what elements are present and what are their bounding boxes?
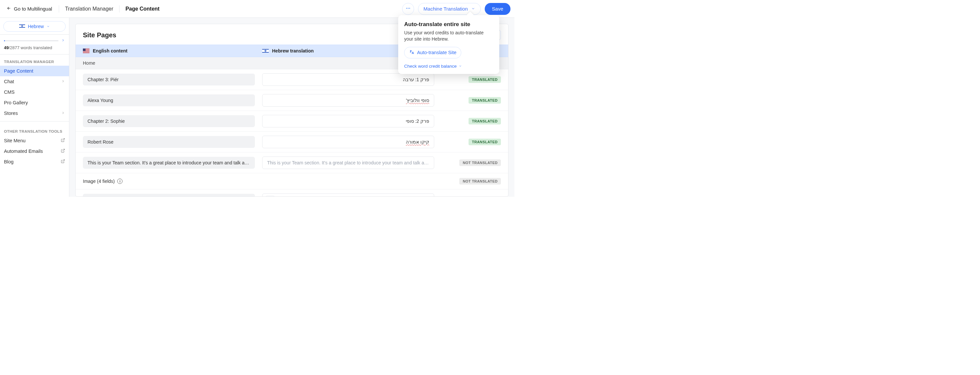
breadcrumb-item-active: Page Content	[124, 6, 161, 12]
divider	[59, 5, 59, 13]
breadcrumb-item[interactable]: Translation Manager	[63, 6, 115, 12]
status-badge: TRANSLATED	[469, 97, 501, 104]
progress-expand-button[interactable]	[61, 38, 65, 43]
source-text-cell: Chapter 3: Piér	[83, 74, 255, 86]
source-column-header: English content	[83, 48, 262, 54]
svg-point-1	[407, 8, 408, 9]
progress-total: /2877 words translated	[9, 45, 52, 50]
flag-us-icon	[83, 49, 89, 53]
sidebar-item-label: Automated Emails	[4, 149, 43, 154]
sidebar-tool-automated-emails[interactable]: Automated Emails	[0, 146, 69, 156]
auto-translate-popover: Auto-translate entire site Use your word…	[398, 15, 499, 74]
status-cell: NOT TRANSLATED	[459, 159, 501, 166]
translation-row: This is your Team section. It's a great …	[76, 153, 508, 173]
dots-horizontal-icon	[406, 6, 411, 12]
source-image-thumbnail: 👤	[86, 196, 95, 196]
status-cell: TRANSLATED	[469, 139, 501, 145]
sidebar-group-label: TRANSLATION MANAGER	[0, 54, 69, 66]
source-text-cell: Chapter 2: Sophie	[83, 115, 255, 127]
flag-israel-icon	[262, 49, 269, 53]
status-badge: TRANSLATED	[469, 118, 501, 124]
target-text-input[interactable]: פרק 1: ערבה	[262, 73, 434, 86]
back-label: Go to Multilingual	[14, 6, 52, 11]
sidebar-item-label: Site Menu	[4, 138, 25, 143]
chevron-down-icon	[471, 6, 475, 11]
sidebar-tool-blog[interactable]: Blog	[0, 156, 69, 167]
source-column-label: English content	[93, 48, 127, 54]
translate-icon	[409, 49, 414, 56]
status-badge: NOT TRANSLATED	[459, 178, 501, 184]
credit-link-label: Check word credit balance	[404, 64, 457, 69]
target-text-input[interactable]: סופי וולוביץ'	[262, 94, 434, 106]
sidebar-item-page-content[interactable]: Page Content	[0, 66, 69, 76]
target-image-input[interactable]: 👤	[262, 194, 434, 196]
sidebar-group-label: OTHER TRANSLATION TOOLS	[0, 124, 69, 135]
source-text-cell: Robert Rose	[83, 136, 255, 148]
status-badge: TRANSLATED	[469, 76, 501, 83]
sidebar-item-label: CMS	[4, 89, 14, 95]
status-cell: TRANSLATED	[469, 97, 501, 104]
sidebar-item-label: Stores	[4, 111, 18, 116]
sidebar-item-cms[interactable]: CMS	[0, 87, 69, 97]
translation-row: Robert Roseקיקו אמורהTRANSLATED	[76, 132, 508, 153]
translation-row: Chapter 2: Sophieפרק 2: סופיTRANSLATED	[76, 111, 508, 132]
popover-body: Use your word credits to auto-translate …	[404, 30, 493, 42]
svg-rect-12	[83, 52, 89, 53]
sidebar-item-label: Pro Gallery	[4, 100, 28, 105]
info-icon[interactable]: i	[117, 179, 123, 184]
image-translation-row: 👤👤	[76, 189, 508, 196]
flag-israel-icon	[19, 24, 25, 29]
check-credit-link[interactable]: Check word credit balance	[404, 64, 462, 69]
target-column-label: Hebrew translation	[272, 48, 314, 54]
language-label: Hebrew	[28, 24, 44, 29]
external-link-icon	[61, 138, 65, 143]
chevron-down-icon	[459, 64, 462, 69]
status-cell: TRANSLATED	[469, 76, 501, 83]
svg-rect-11	[83, 52, 89, 52]
target-text-input[interactable]: פרק 2: סופי	[262, 115, 434, 127]
status-badge: TRANSLATED	[469, 139, 501, 145]
svg-rect-13	[83, 49, 86, 51]
target-image-thumbnail: 👤	[265, 196, 275, 196]
image-section-row[interactable]: Image (4 fields)iNOT TRANSLATED	[76, 173, 508, 189]
sidebar-item-stores[interactable]: Stores	[0, 108, 69, 119]
more-actions-button[interactable]	[402, 3, 414, 15]
svg-rect-16	[262, 52, 269, 53]
sidebar-item-label: Page Content	[4, 68, 33, 74]
translation-row: Alexa Youngסופי וולוביץ'TRANSLATED	[76, 90, 508, 111]
external-link-icon	[61, 159, 65, 164]
popover-title: Auto-translate entire site	[404, 21, 493, 28]
status-badge: NOT TRANSLATED	[459, 159, 501, 166]
sidebar-item-pro-gallery[interactable]: Pro Gallery	[0, 97, 69, 108]
save-button[interactable]: Save	[485, 3, 511, 15]
divider	[119, 5, 119, 13]
target-text-input[interactable]: This is your Team section. It's a great …	[262, 156, 434, 169]
panel-title: Site Pages	[83, 31, 116, 39]
progress-fill	[4, 40, 5, 41]
translation-rows: Chapter 3: Piérפרק 1: ערבהTRANSLATEDAlex…	[76, 69, 508, 196]
svg-rect-15	[262, 49, 269, 49]
progress-row	[0, 35, 69, 44]
sidebar-item-chat[interactable]: Chat	[0, 76, 69, 87]
svg-point-2	[409, 8, 410, 9]
auto-translate-button-label: Auto-translate Site	[417, 50, 456, 55]
target-text-input[interactable]: קיקו אמורה	[262, 136, 434, 148]
image-section-label: Image (4 fields)	[83, 179, 115, 184]
source-text-cell: This is your Team section. It's a great …	[83, 157, 255, 169]
topbar-right: Machine Translation Save	[402, 3, 511, 15]
sidebar-item-label: Chat	[4, 79, 14, 84]
chevron-down-icon	[46, 24, 50, 29]
sidebar: Hebrew 49/2877 words translated TRANSLAT…	[0, 18, 69, 197]
chevron-right-icon	[61, 111, 65, 116]
sidebar-tool-site-menu[interactable]: Site Menu	[0, 135, 69, 146]
language-select[interactable]: Hebrew	[3, 21, 66, 32]
progress-text: 49/2877 words translated	[0, 44, 69, 54]
back-link[interactable]: Go to Multilingual	[4, 4, 55, 14]
machine-translation-label: Machine Translation	[424, 6, 468, 11]
sidebar-item-label: Blog	[4, 159, 14, 164]
progress-track	[4, 40, 59, 41]
svg-point-0	[406, 8, 407, 9]
auto-translate-site-button[interactable]: Auto-translate Site	[404, 47, 461, 59]
source-text-cell: Alexa Young	[83, 94, 255, 106]
status-cell: TRANSLATED	[469, 118, 501, 124]
